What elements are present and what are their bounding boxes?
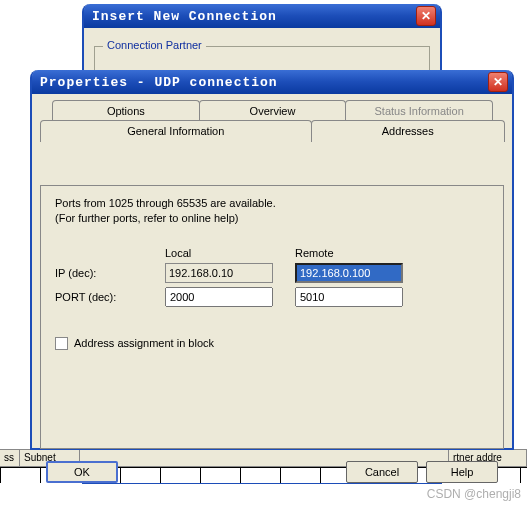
tab-overview[interactable]: Overview [199, 100, 347, 122]
tab-options[interactable]: Options [52, 100, 200, 122]
column-headers: Local Remote [165, 247, 489, 259]
block-checkbox-label: Address assignment in block [74, 337, 214, 349]
port-label: PORT (dec): [55, 291, 165, 303]
block-checkbox-row: Address assignment in block [55, 337, 489, 350]
cancel-button[interactable]: Cancel [346, 461, 418, 483]
ip-local-field [165, 263, 273, 283]
properties-window: Properties - UDP connection ✕ Options Ov… [30, 70, 514, 450]
ip-remote-field[interactable] [295, 263, 403, 283]
ip-row: IP (dec): [55, 263, 489, 283]
props-titlebar: Properties - UDP connection ✕ [32, 70, 512, 94]
port-row: PORT (dec): [55, 287, 489, 307]
port-hint: Ports from 1025 through 65535 are availa… [55, 196, 489, 227]
port-local-field[interactable] [165, 287, 273, 307]
block-checkbox[interactable] [55, 337, 68, 350]
tab-addresses[interactable]: Addresses [311, 120, 506, 142]
tab-strip: Options Overview Status Information Gene… [40, 100, 504, 144]
hint-line-2: (For further ports, refer to online help… [55, 212, 238, 224]
close-icon[interactable]: ✕ [416, 6, 436, 26]
ok-button[interactable]: OK [46, 461, 118, 483]
parent-title: Insert New Connection [92, 9, 416, 24]
help-button[interactable]: Help [426, 461, 498, 483]
ip-label: IP (dec): [55, 267, 165, 279]
tab-general-info[interactable]: General Information [40, 120, 312, 142]
remote-header: Remote [295, 247, 425, 259]
grid-col-ss: ss [0, 450, 20, 466]
watermark: CSDN @chengji8 [427, 487, 521, 501]
tab-status-info[interactable]: Status Information [345, 100, 493, 122]
connection-partner-label: Connection Partner [103, 39, 206, 51]
parent-titlebar: Insert New Connection ✕ [84, 4, 440, 28]
addresses-panel: Ports from 1025 through 65535 are availa… [40, 185, 504, 449]
hint-line-1: Ports from 1025 through 65535 are availa… [55, 197, 276, 209]
close-icon[interactable]: ✕ [488, 72, 508, 92]
port-remote-field[interactable] [295, 287, 403, 307]
props-body: Options Overview Status Information Gene… [32, 94, 512, 491]
props-title: Properties - UDP connection [40, 75, 488, 90]
local-header: Local [165, 247, 295, 259]
